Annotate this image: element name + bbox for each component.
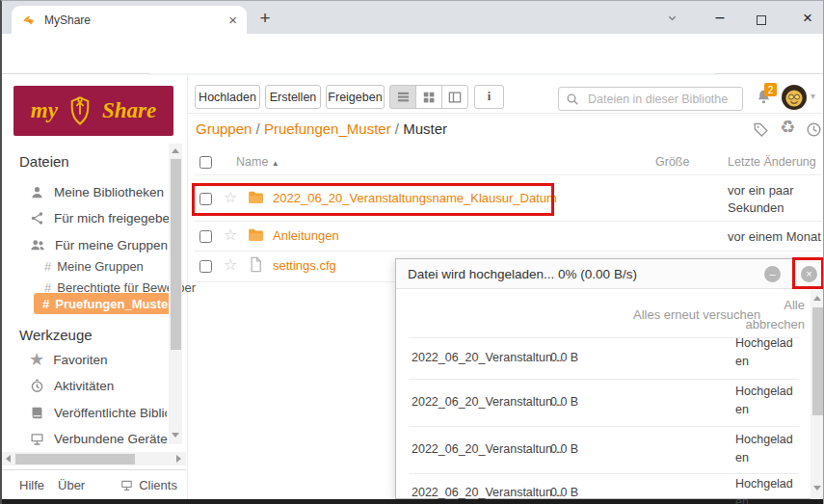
scrollbar-thumb[interactable]: [812, 307, 823, 415]
upload-status: Hochgeladen: [735, 334, 797, 372]
search-input[interactable]: [586, 92, 731, 107]
folder-icon: [247, 225, 265, 248]
sidebar-heading-files: Dateien: [19, 153, 69, 170]
logo-my: my: [31, 98, 58, 123]
sidebar-item-favorites[interactable]: ★ Favoriten: [29, 351, 107, 368]
sidebar-item-activities[interactable]: Aktivitäten: [29, 378, 114, 394]
minimize-panel-button[interactable]: –: [764, 266, 781, 282]
upload-button[interactable]: Hochladen: [195, 85, 260, 109]
panel-divider: [410, 379, 799, 380]
sidebar-label: Aktivitäten: [54, 379, 114, 393]
close-panel-button[interactable]: ×: [801, 266, 817, 282]
library-book-icon: [29, 405, 45, 421]
retry-all-link[interactable]: Alles erneut versuchen: [633, 307, 760, 322]
panel-vertical-scrollbar[interactable]: [811, 290, 824, 499]
folder-link-veranstaltung[interactable]: 2022_06_20_Veranstaltungsname_Klausur_Da…: [273, 191, 557, 205]
window-minimize-button[interactable]: –: [711, 8, 729, 27]
column-header-size[interactable]: Größe: [655, 155, 689, 169]
breadcrumb-pruefungen-muster[interactable]: Pruefungen_Muster: [264, 120, 391, 137]
tab-close-icon[interactable]: ×: [228, 13, 237, 27]
tags-icon[interactable]: [752, 120, 770, 143]
view-list-button[interactable]: [389, 85, 416, 109]
column-header-name[interactable]: Name ▲: [236, 155, 279, 169]
upload-status: Hochgeladen: [735, 431, 797, 468]
monitor-icon: [120, 478, 134, 492]
view-grid-button[interactable]: [415, 85, 442, 109]
view-detail-button[interactable]: [441, 85, 468, 109]
sidebar-group-pruefungen-muster-active[interactable]: #Pruefungen_Muster: [34, 293, 170, 314]
upload-file-size: 0.0 B: [550, 486, 578, 499]
favorite-star-icon[interactable]: ☆: [224, 188, 237, 206]
scroll-down-arrow[interactable]: [813, 486, 821, 491]
upload-file-name: 2022_06_20_Veranstaltun...: [412, 486, 562, 499]
user-avatar[interactable]: [782, 85, 807, 114]
row-checkbox[interactable]: [199, 192, 212, 209]
scrollbar-thumb[interactable]: [15, 454, 135, 464]
sidebar-item-my-groups[interactable]: Für meine Gruppen ▾: [29, 236, 181, 253]
hash-icon: #: [42, 297, 49, 311]
myshare-logo[interactable]: my Share: [13, 86, 173, 136]
sidebar-label: Meine Bibliotheken: [54, 185, 164, 199]
group-label: Pruefungen_Muster: [55, 297, 170, 311]
upload-progress-panel: Datei wird hochgeladen... 0% (0.00 B/s) …: [395, 258, 824, 499]
table-view-icon: [446, 89, 464, 106]
sidebar-item-my-libraries[interactable]: Meine Bibliotheken: [29, 184, 164, 200]
library-search[interactable]: [558, 87, 743, 111]
scroll-down-arrow[interactable]: [172, 433, 179, 438]
favorite-star-icon[interactable]: ☆: [224, 225, 237, 244]
share-button[interactable]: Freigeben: [326, 85, 385, 109]
browser-window: MyShare × + – × ← → ⌂ myshare.uos.de/lib…: [0, 0, 824, 504]
sidebar-item-published-libraries[interactable]: Veröffentlichte Bibliotheken: [29, 405, 167, 421]
scrollbar-thumb[interactable]: [171, 159, 181, 350]
folder-link-anleitungen[interactable]: Anleitungen: [273, 228, 339, 243]
browser-toolbar: ← → ⌂ myshare.uos.de/library/03ced4b8-91…: [2, 34, 823, 74]
scroll-right-arrow[interactable]: [176, 455, 181, 463]
sidebar-vertical-scrollbar[interactable]: [169, 144, 182, 444]
scroll-up-arrow[interactable]: [172, 148, 179, 153]
myshare-favicon-icon: [21, 13, 37, 28]
clients-link[interactable]: Clients: [120, 478, 177, 492]
info-button[interactable]: i: [474, 85, 504, 109]
help-link[interactable]: Hilfe: [19, 478, 44, 492]
scroll-left-arrow[interactable]: [6, 455, 11, 463]
hash-icon: #: [44, 259, 51, 274]
breadcrumb-separator: /: [395, 120, 399, 137]
scroll-up-arrow[interactable]: [813, 296, 821, 301]
cancel-all-link[interactable]: Alle abbrechen: [745, 296, 805, 333]
create-button[interactable]: Erstellen: [265, 85, 321, 109]
sidebar-horizontal-scrollbar[interactable]: [2, 452, 186, 465]
window-bottom-border: [2, 499, 824, 504]
window-close-button[interactable]: ×: [799, 8, 816, 27]
avatar-chevron-icon[interactable]: ▾: [811, 91, 815, 101]
select-all-checkbox[interactable]: [199, 155, 212, 172]
browser-tab[interactable]: MyShare ×: [12, 6, 247, 34]
list-view-icon: [394, 88, 412, 106]
recycle-bin-icon[interactable]: ♻: [780, 119, 795, 136]
sidebar-item-connected-devices[interactable]: Verbundene Geräte: [29, 431, 168, 447]
user-icon: [29, 184, 45, 200]
file-link-settings-cfg[interactable]: settings.cfg: [273, 258, 336, 273]
upload-file-name: 2022_06_20_Veranstaltun...: [412, 395, 562, 409]
table-divider: [195, 221, 821, 222]
about-link[interactable]: Über: [58, 478, 85, 492]
upload-file-name: 2022_06_20_Veranstaltun...: [412, 442, 562, 456]
star-icon: ★: [29, 351, 44, 368]
sidebar-item-shared-with-me[interactable]: Für mich freigegeben: [29, 210, 177, 226]
monitor-icon: [29, 431, 45, 447]
row-checkbox[interactable]: [199, 229, 212, 247]
row-checkbox[interactable]: [199, 259, 212, 277]
sidebar-footer: Hilfe Über Clients: [2, 469, 186, 499]
shield-logo-icon: [65, 93, 95, 128]
sidebar-group-meine-gruppen[interactable]: #Meine Gruppen: [44, 259, 144, 274]
upload-file-size: 0.0 B: [550, 351, 578, 364]
share-nodes-icon: [29, 210, 45, 226]
history-icon[interactable]: [805, 120, 823, 143]
new-tab-button[interactable]: +: [254, 6, 276, 29]
breadcrumb-gruppen[interactable]: Gruppen: [196, 120, 252, 137]
favorite-star-icon[interactable]: ☆: [224, 255, 237, 274]
window-maximize-button[interactable]: [757, 12, 766, 29]
column-header-modified[interactable]: Letzte Änderung: [728, 155, 816, 169]
breadcrumb-current: Muster: [403, 120, 447, 137]
upload-file-name: 2022_06_20_Veranstaltun...: [412, 351, 562, 364]
tab-search-chevron-icon[interactable]: [665, 11, 679, 29]
